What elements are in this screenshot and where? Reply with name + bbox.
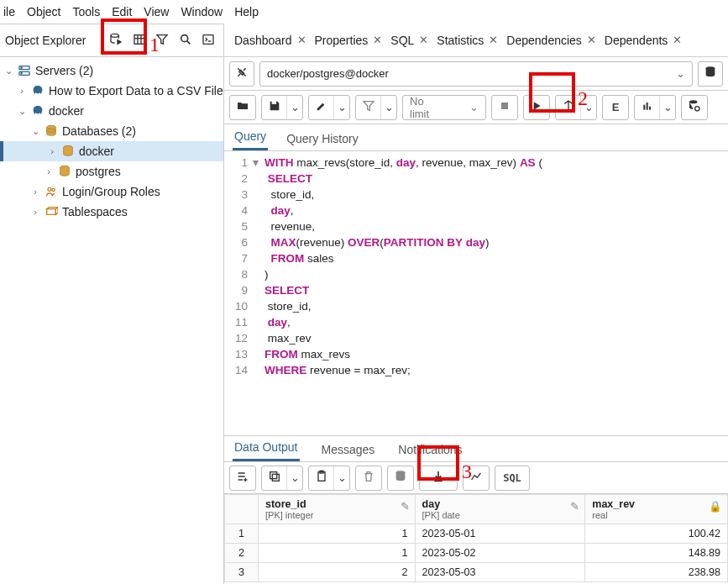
explain-button[interactable] — [556, 96, 581, 119]
open-file-button[interactable] — [230, 96, 255, 119]
tree-databases[interactable]: ⌄ Databases (2) — [0, 121, 223, 141]
svg-rect-36 — [270, 472, 276, 479]
add-row-button[interactable] — [230, 466, 255, 490]
edit-dropdown[interactable]: ⌄ — [334, 96, 349, 119]
explain-analyze-button[interactable]: E — [603, 96, 628, 119]
cell-day[interactable]: 2023-05-01 — [415, 524, 585, 544]
stop-button[interactable] — [492, 96, 517, 119]
search-objects-button[interactable] — [175, 29, 196, 52]
query-tool-button[interactable] — [106, 29, 126, 52]
commit-dropdown[interactable]: ⌄ — [660, 96, 675, 119]
chevron-down-icon: ⌄ — [584, 101, 594, 113]
save-button[interactable] — [262, 96, 287, 119]
psql-button[interactable] — [198, 29, 218, 52]
tree-csv-howto[interactable]: › How to Export Data to a CSV File — [0, 81, 223, 101]
filter-dropdown[interactable]: ⌄ — [381, 96, 396, 119]
menu-object[interactable]: Object — [27, 5, 60, 18]
tree-servers[interactable]: ⌄ Servers (2) — [0, 61, 223, 81]
cell-max-rev[interactable]: 100.42 — [585, 524, 728, 544]
copy-button[interactable] — [262, 466, 287, 490]
servers-icon — [17, 63, 32, 78]
database-icon — [57, 164, 72, 179]
svg-point-29 — [695, 107, 699, 111]
close-icon[interactable]: ✕ — [489, 34, 498, 46]
copy-dropdown[interactable]: ⌄ — [287, 466, 302, 490]
menu-help[interactable]: Help — [234, 5, 259, 18]
view-data-button[interactable] — [129, 29, 149, 52]
tree-docker-server[interactable]: ⌄ docker — [0, 101, 223, 121]
connection-db-button[interactable] — [698, 61, 723, 87]
tab-query-history[interactable]: Query History — [285, 127, 360, 150]
filter-button[interactable] — [152, 29, 172, 52]
col-header-store_id[interactable]: store_id[PK] integer✎ — [259, 495, 416, 524]
tab-data-output[interactable]: Data Output — [233, 435, 300, 461]
menu-edit[interactable]: Edit — [112, 5, 132, 18]
filter-icon — [362, 99, 375, 115]
result-grid[interactable]: store_id[PK] integer✎day[PK] date✎max_re… — [224, 494, 728, 582]
tree-tablespaces[interactable]: › Tablespaces — [0, 202, 223, 222]
close-icon[interactable]: ✕ — [673, 34, 682, 46]
close-icon[interactable]: ✕ — [419, 34, 428, 46]
connection-select[interactable]: docker/postgres@docker ⌄ — [259, 61, 693, 87]
tab-query[interactable]: Query — [233, 124, 268, 150]
output-toolbar: ⌄ ⌄ SQL — [224, 462, 728, 494]
pencil-icon: ✎ — [570, 500, 579, 513]
tab-messages[interactable]: Messages — [320, 438, 377, 461]
tab-dependencies[interactable]: Dependencies✕ — [505, 30, 598, 50]
clipboard-icon — [315, 470, 328, 486]
cell-max-rev[interactable]: 148.89 — [585, 544, 728, 563]
menu-file[interactable]: ile — [3, 5, 15, 18]
chevron-right-icon: › — [30, 187, 40, 197]
object-explorer-title: Object Explorer — [5, 34, 86, 47]
execute-button[interactable] — [524, 96, 549, 119]
menu-view[interactable]: View — [144, 5, 169, 18]
cell-max-rev[interactable]: 238.98 — [585, 563, 728, 582]
db-button[interactable] — [682, 96, 707, 119]
cell-store-id[interactable]: 1 — [259, 544, 416, 563]
sql-button[interactable]: SQL — [495, 466, 529, 490]
menu-tools[interactable]: Tools — [72, 5, 100, 18]
delete-row-button[interactable] — [356, 466, 381, 490]
grid-icon — [133, 33, 146, 49]
tree-db-postgres[interactable]: › postgres — [0, 161, 223, 182]
graph-visualizer-button[interactable] — [464, 466, 489, 490]
close-icon[interactable]: ✕ — [373, 34, 382, 46]
close-icon[interactable]: ✕ — [297, 34, 306, 46]
tab-statistics[interactable]: Statistics✕ — [435, 30, 500, 50]
tab-properties[interactable]: Properties✕ — [313, 30, 385, 50]
save-dropdown[interactable]: ⌄ — [287, 96, 302, 119]
cell-day[interactable]: 2023-05-02 — [415, 544, 585, 563]
chevron-down-icon: ⌄ — [3, 66, 13, 76]
cell-day[interactable]: 2023-05-03 — [415, 563, 585, 582]
download-csv-button[interactable] — [420, 466, 457, 490]
table-row[interactable]: 1 1 2023-05-01 100.42 — [225, 524, 728, 544]
table-row[interactable]: 2 1 2023-05-02 148.89 — [225, 544, 728, 563]
tab-sql[interactable]: SQL✕ — [389, 30, 430, 50]
tab-dependents[interactable]: Dependents✕ — [603, 30, 684, 50]
menu-window[interactable]: Window — [181, 5, 223, 18]
table-row[interactable]: 3 2 2023-05-03 238.98 — [225, 563, 728, 582]
tab-notifications[interactable]: Notifications — [396, 438, 464, 461]
terminal-icon — [202, 33, 215, 49]
explain-dropdown[interactable]: ⌄ — [581, 96, 596, 119]
cell-store-id[interactable]: 1 — [259, 524, 416, 544]
row-limit-label: No limit — [410, 95, 444, 120]
tree-db-docker[interactable]: › docker — [0, 141, 223, 161]
commit-button[interactable] — [635, 96, 660, 119]
connection-status-button[interactable] — [229, 61, 254, 87]
svg-rect-27 — [649, 107, 651, 110]
tab-dashboard[interactable]: Dashboard✕ — [233, 30, 308, 50]
paste-button[interactable] — [309, 466, 334, 490]
tree-label: postgres — [76, 165, 121, 178]
tree-roles[interactable]: › Login/Group Roles — [0, 182, 223, 202]
close-icon[interactable]: ✕ — [587, 34, 596, 46]
paste-dropdown[interactable]: ⌄ — [334, 466, 349, 490]
cell-store-id[interactable]: 2 — [259, 563, 416, 582]
col-header-day[interactable]: day[PK] date✎ — [415, 495, 585, 524]
filter-button[interactable] — [356, 96, 381, 119]
save-data-button[interactable] — [388, 466, 413, 490]
sql-editor[interactable]: 1234567891011121314 ▾ WITH max_revs(stor… — [224, 151, 728, 435]
edit-button[interactable] — [309, 96, 334, 119]
row-limit-select[interactable]: No limit ⌄ — [402, 95, 486, 120]
col-header-max_rev[interactable]: max_revreal🔒 — [585, 495, 728, 524]
